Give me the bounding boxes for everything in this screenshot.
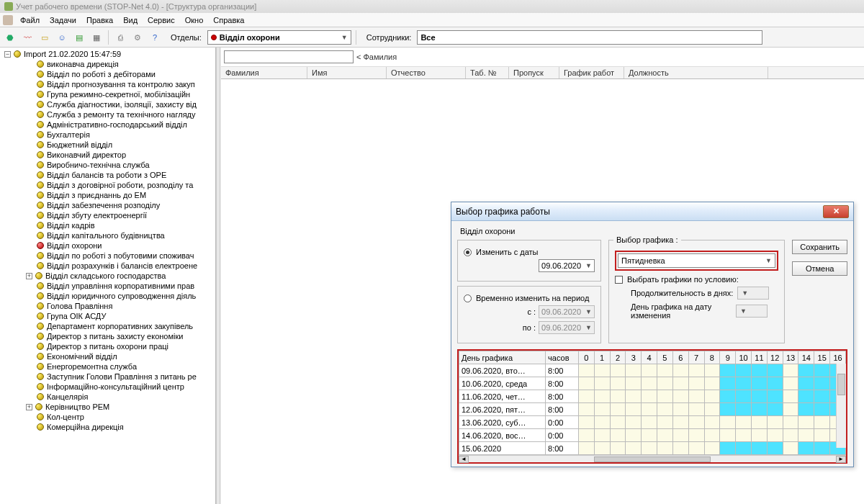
sched-hour-cell[interactable]	[798, 377, 814, 390]
org-tree[interactable]: − Import 21.02.2020 15:47:59 виконавча д…	[0, 48, 216, 504]
sched-hour-cell[interactable]	[798, 429, 814, 442]
sched-hour-cell[interactable]	[720, 403, 736, 416]
tree-item[interactable]: Відділ по роботі з побутовими споживач	[24, 251, 215, 261]
tree-item[interactable]: Відділ охорони	[24, 240, 215, 251]
save-button[interactable]: Сохранить	[792, 240, 847, 254]
tree-item[interactable]: Група режимно-секретної, мобілізаційн	[24, 89, 215, 99]
tree-item[interactable]: Директор з питань захисту економіки	[24, 331, 215, 341]
sched-hour-cell[interactable]	[736, 390, 752, 403]
menu-view[interactable]: Вид	[119, 14, 142, 26]
tree-item[interactable]: Відділ капітального будівництва	[24, 230, 215, 240]
grid-column-header[interactable]: Таб. №	[466, 67, 509, 78]
sched-hour-cell[interactable]	[610, 390, 626, 403]
sched-hour-cell[interactable]	[720, 416, 736, 429]
tree-item[interactable]: Відділ кадрів	[24, 220, 215, 230]
sched-hour-cell[interactable]	[657, 390, 673, 403]
sched-hour-cell[interactable]	[642, 403, 657, 416]
tree-item[interactable]: Відділ балансів та роботи з ОРЕ	[24, 170, 215, 180]
sched-hour-cell[interactable]	[626, 390, 642, 403]
sched-hour-cell[interactable]	[657, 403, 673, 416]
sched-hour-cell[interactable]	[720, 442, 736, 455]
sched-hour-cell[interactable]	[578, 403, 594, 416]
sched-hour-cell[interactable]	[578, 390, 594, 403]
radio-temp-period[interactable]	[464, 294, 472, 302]
cond-checkbox[interactable]	[615, 276, 623, 284]
cancel-button[interactable]: Отмена	[792, 261, 847, 276]
sched-hour-cell[interactable]	[814, 403, 830, 416]
grid-column-header[interactable]: Имя	[307, 67, 387, 78]
sched-hour-cell[interactable]	[610, 442, 626, 455]
tree-item[interactable]: Бюджетний відділ	[24, 140, 215, 150]
tree-item[interactable]: Виконавчий директор	[24, 150, 215, 160]
menu-service[interactable]: Сервис	[143, 14, 179, 26]
sched-hour-cell[interactable]	[704, 403, 720, 416]
sched-col-hour[interactable]: 5	[657, 351, 673, 364]
sched-hour-cell[interactable]	[578, 442, 594, 455]
dept-select[interactable]: Відділ охорони ▼	[207, 30, 351, 45]
schedule-combo[interactable]: Пятидневка ▼	[618, 253, 775, 268]
scroll-thumb[interactable]	[594, 456, 710, 462]
sched-hour-cell[interactable]	[657, 442, 673, 455]
tb-chart-icon[interactable]: 〰	[20, 30, 35, 45]
sched-hour-cell[interactable]	[642, 364, 657, 377]
sched-hour-cell[interactable]	[610, 429, 626, 442]
sched-hour-cell[interactable]	[751, 416, 767, 429]
tree-item[interactable]: Інформаційно-консультаційний центр	[24, 382, 215, 392]
tb-help-icon[interactable]: ?	[148, 30, 162, 45]
sched-hour-cell[interactable]	[688, 442, 704, 455]
sched-hour-cell[interactable]	[657, 416, 673, 429]
sched-hour-cell[interactable]	[642, 377, 657, 390]
tb-calc-icon[interactable]: ▦	[89, 30, 104, 45]
sched-hour-cell[interactable]	[578, 416, 594, 429]
radio-change-from-date[interactable]	[464, 248, 472, 256]
grid-column-header[interactable]: График работ	[559, 67, 624, 78]
sched-hour-cell[interactable]	[736, 377, 752, 390]
sched-hour-cell[interactable]	[814, 377, 830, 390]
tree-item[interactable]: Енергоремонтна служба	[24, 361, 215, 372]
sched-hour-cell[interactable]	[657, 377, 673, 390]
menu-window[interactable]: Окно	[181, 14, 208, 26]
expand-icon[interactable]: +	[26, 273, 32, 279]
sched-hour-cell[interactable]	[594, 377, 610, 390]
sched-hour-cell[interactable]	[814, 390, 830, 403]
sched-hour-cell[interactable]	[720, 377, 736, 390]
sched-hour-cell[interactable]	[720, 429, 736, 442]
tree-item[interactable]: виконавча дирекція	[24, 59, 215, 69]
sched-hour-cell[interactable]	[626, 416, 642, 429]
date-from-input[interactable]: 09.06.2020 ▼	[539, 305, 595, 318]
emp-select[interactable]: Все	[417, 30, 762, 45]
sched-col-hour[interactable]: 3	[626, 351, 642, 364]
sched-hour-cell[interactable]	[626, 364, 642, 377]
tree-item[interactable]: Відділ по роботі з дебіторами	[24, 69, 215, 79]
sched-hour-cell[interactable]	[783, 377, 798, 390]
sched-hour-cell[interactable]	[704, 429, 720, 442]
sched-hour-cell[interactable]	[626, 377, 642, 390]
sched-col-hour[interactable]: 0	[578, 351, 594, 364]
sched-col-hour[interactable]: 4	[642, 351, 657, 364]
sched-hour-cell[interactable]	[736, 364, 752, 377]
sched-hour-cell[interactable]	[783, 390, 798, 403]
sched-hour-cell[interactable]	[767, 429, 783, 442]
tree-item[interactable]: Економічний відділ	[24, 351, 215, 361]
sched-hour-cell[interactable]	[798, 416, 814, 429]
sched-hour-cell[interactable]	[688, 416, 704, 429]
sched-hour-cell[interactable]	[688, 429, 704, 442]
sched-hour-cell[interactable]	[751, 390, 767, 403]
sched-hour-cell[interactable]	[672, 416, 688, 429]
tree-item[interactable]: Відділ збуту електроенергії	[24, 210, 215, 220]
sched-hour-cell[interactable]	[704, 442, 720, 455]
sched-hour-cell[interactable]	[672, 390, 688, 403]
grid-column-header[interactable]: Должность	[624, 67, 768, 78]
tree-item[interactable]: Відділ юридичного супроводження діяль	[24, 291, 215, 301]
sched-hour-cell[interactable]	[783, 403, 798, 416]
sched-col-hour[interactable]: 2	[610, 351, 626, 364]
sched-hour-cell[interactable]	[783, 364, 798, 377]
tree-item[interactable]: Виробничо-технічна служба	[24, 160, 215, 170]
sched-col-hour[interactable]: 11	[751, 351, 767, 364]
sched-hour-cell[interactable]	[751, 377, 767, 390]
tree-item[interactable]: Група ОІК АСДУ	[24, 311, 215, 321]
sched-hour-cell[interactable]	[672, 377, 688, 390]
sched-hour-cell[interactable]	[736, 416, 752, 429]
sched-hour-cell[interactable]	[736, 442, 752, 455]
sched-hour-cell[interactable]	[783, 416, 798, 429]
